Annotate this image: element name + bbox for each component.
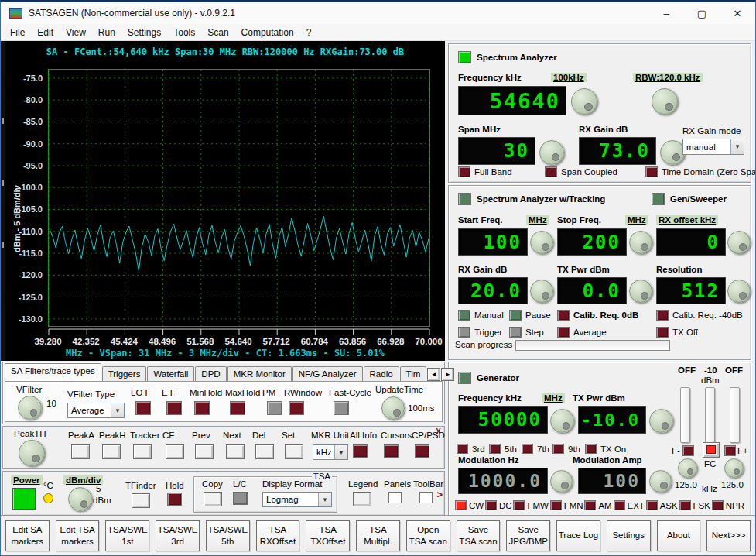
indicator-calib--req--0db-led[interactable]: [557, 310, 570, 321]
f-minus-led[interactable]: [682, 445, 694, 456]
t-rxgain-knob[interactable]: [530, 280, 553, 303]
harmonic-7th-led[interactable]: [522, 444, 533, 454]
button-about[interactable]: About: [657, 520, 701, 551]
tab-dpd[interactable]: DPD: [195, 366, 226, 381]
mod-amp-knob[interactable]: [649, 470, 672, 493]
tab-mkr-monitor[interactable]: MKR Monitor: [227, 366, 292, 381]
mkr-unit-select[interactable]: kHz ▼: [313, 444, 348, 460]
stop-unit-chip[interactable]: MHz: [625, 215, 648, 225]
menu-item-edit[interactable]: Edit: [31, 26, 60, 39]
display-format-select[interactable]: Logmag ▼: [262, 492, 332, 507]
marker-cursors-led[interactable]: [384, 444, 399, 458]
marker-tracker-button[interactable]: [133, 444, 152, 459]
tab-scroll-right-icon[interactable]: ►: [441, 368, 454, 381]
harmonic-5th-led[interactable]: [489, 444, 501, 454]
mode-dc-led[interactable]: [485, 500, 497, 510]
filter-lo-f-button[interactable]: [135, 401, 151, 415]
indicator-step-led[interactable]: [509, 327, 522, 338]
menu-item-scan[interactable]: Scan: [201, 26, 234, 39]
button-edit-sa-markers[interactable]: Edit SA markers: [5, 520, 50, 551]
marker-next-button[interactable]: [226, 444, 245, 459]
mode-fmn-led[interactable]: [550, 500, 562, 510]
start-freq-knob[interactable]: [530, 231, 553, 254]
vfilter-knob[interactable]: [18, 396, 42, 420]
mod-amp-display[interactable]: 100: [578, 468, 646, 494]
marker-peakh-button[interactable]: [102, 444, 121, 459]
gen-sweeper-led[interactable]: [652, 193, 665, 205]
gen-txpwr-knob[interactable]: [649, 409, 673, 433]
mode-fmw-led[interactable]: [513, 500, 525, 510]
indicator-manual-led[interactable]: [458, 310, 470, 321]
button-trace-log[interactable]: Trace Log: [556, 520, 600, 551]
start-unit-chip[interactable]: MHz: [526, 215, 549, 225]
dbmdiv-knob[interactable]: [68, 487, 92, 511]
mode-ask-led[interactable]: [646, 500, 658, 510]
indicator-tx-off-led[interactable]: [656, 327, 669, 338]
rbw-knob[interactable]: [652, 88, 678, 115]
mode-am-led[interactable]: [584, 500, 596, 510]
vfilter-type-select[interactable]: Average ▼: [67, 403, 125, 418]
f-plus-led[interactable]: [724, 445, 736, 456]
frequency-display[interactable]: 54640: [458, 86, 566, 115]
tab-radio[interactable]: Radio: [364, 366, 399, 381]
harmonic-9th-led[interactable]: [552, 444, 564, 454]
button-tsa-swe-5th[interactable]: TSA/SWE 5th: [206, 520, 250, 551]
frequency-step-chip[interactable]: 100kHz: [551, 73, 587, 82]
rx-offset-chip[interactable]: RX offset kHz: [656, 215, 718, 225]
power-chip[interactable]: Power: [11, 475, 43, 485]
menu-item-settings[interactable]: Settings: [121, 26, 167, 39]
menu-item-run[interactable]: Run: [92, 26, 121, 39]
filter-minhold-button[interactable]: [194, 401, 210, 415]
button-open-tsa-scan[interactable]: Open TSA scan: [406, 520, 450, 551]
copy-button[interactable]: [204, 492, 222, 506]
button-save-tsa-scan[interactable]: Save TSA scan: [457, 520, 501, 551]
marker-del-button[interactable]: [255, 444, 274, 459]
menu-item-view[interactable]: View: [60, 26, 92, 39]
hold-led[interactable]: [167, 493, 182, 506]
harmonic-tx-on-led[interactable]: [585, 444, 597, 454]
filter-fast-cycle-button[interactable]: [334, 401, 349, 415]
button-edit-tsa-markers[interactable]: Edit TSA markers: [56, 520, 100, 551]
button-next[interactable]: Next>>>: [706, 520, 751, 551]
f-minus-knob[interactable]: [678, 458, 697, 478]
mode-cw-led[interactable]: [455, 500, 467, 510]
indicator-average-led[interactable]: [557, 327, 570, 338]
button-tsa-multipl[interactable]: TSA Multipl.: [356, 520, 400, 551]
marker-cp-psd-led[interactable]: [415, 444, 429, 458]
filter-pm-button[interactable]: [267, 401, 282, 415]
generator-led[interactable]: [458, 372, 471, 384]
tab-sa-filters-trace-types[interactable]: SA Filters/trace types: [5, 363, 101, 381]
rx-offset-display[interactable]: 0: [656, 228, 726, 256]
tab-tim[interactable]: Tim: [400, 366, 427, 381]
gen-frequency-chip[interactable]: MHz: [542, 393, 565, 403]
filter-rwindow-button[interactable]: [289, 401, 304, 415]
tab-nf-g-analyzer[interactable]: NF/G Analyzer: [292, 366, 363, 381]
filter-e-f-button[interactable]: [166, 401, 182, 415]
t-txpwr-display[interactable]: 0.0: [557, 277, 627, 304]
mod-hz-display[interactable]: 1000.0: [458, 468, 548, 494]
button-tsa-rxoffset[interactable]: TSA RXOffset: [256, 520, 300, 551]
marker-prev-button[interactable]: [195, 444, 214, 459]
gen-txpwr-display[interactable]: -10.0: [578, 406, 646, 434]
tab-waterfall[interactable]: Waterfall: [147, 366, 194, 381]
gen-slider-left[interactable]: [680, 387, 690, 443]
rxgain-display[interactable]: 73.0: [579, 137, 656, 165]
button-tsa-txoffset[interactable]: TSA TXOffset: [306, 520, 350, 551]
check-time-domain--zero-span--led[interactable]: [645, 166, 658, 177]
start-freq-display[interactable]: 100: [458, 228, 528, 256]
tab-triggers[interactable]: Triggers: [102, 366, 147, 381]
t-txpwr-knob[interactable]: [629, 280, 652, 303]
indicator-calib--req---40db-led[interactable]: [656, 310, 669, 321]
marker-set-button[interactable]: [285, 444, 303, 459]
maximize-icon[interactable]: ▢: [684, 2, 720, 24]
lc-led[interactable]: [233, 492, 248, 505]
marker-cf-button[interactable]: [166, 444, 184, 459]
tab-scroll-left-icon[interactable]: ◄: [427, 368, 440, 381]
rx-offset-knob[interactable]: [727, 231, 751, 254]
panel-next-icon[interactable]: >: [436, 489, 443, 500]
frequency-knob[interactable]: [571, 88, 597, 115]
marker-all-info-led[interactable]: [353, 444, 368, 458]
rxgain-mode-select[interactable]: manual ▼: [682, 139, 744, 155]
spectrum-analyzer-led[interactable]: [458, 51, 471, 63]
tracking-led[interactable]: [458, 193, 471, 205]
